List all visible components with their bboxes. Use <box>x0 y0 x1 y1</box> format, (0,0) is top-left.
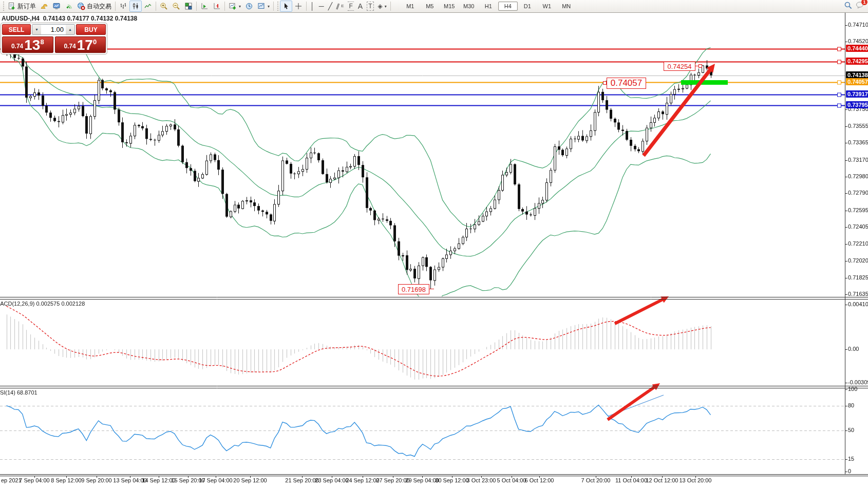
chart-canvas[interactable] <box>0 0 868 487</box>
market-watch-button[interactable] <box>50 1 63 12</box>
text-label-tool-button[interactable]: T <box>365 1 375 12</box>
buy-price-sup: 0 <box>93 38 97 46</box>
sell-price-prefix: 0.74 <box>11 43 23 50</box>
timeframe-d1[interactable]: D1 <box>518 2 537 11</box>
zoom-in-icon <box>160 2 168 10</box>
auto-scroll-icon <box>200 2 209 10</box>
new-order-label: 新订单 <box>17 2 36 11</box>
timeframe-bar: M1M5M15M30H1H4D1W1MN <box>401 2 576 11</box>
new-order-button[interactable]: 新订单 <box>6 1 38 12</box>
sell-price[interactable]: 0.74 13 8 <box>2 36 53 53</box>
fibonacci-icon: F <box>348 2 353 11</box>
timeframe-h4[interactable]: H4 <box>498 2 518 11</box>
zoom-in-button[interactable] <box>158 1 170 12</box>
text-label-icon: T <box>367 2 373 11</box>
rsi-tick-label: 50 <box>848 427 854 433</box>
time-axis-label: 21 Sep 20:00 <box>285 477 318 483</box>
time-axis-label: 7 Sep 04:00 <box>19 477 49 483</box>
vertical-line-tool-button[interactable]: │ <box>308 1 317 12</box>
toolbar-grip <box>276 2 279 11</box>
timeframe-m30[interactable]: M30 <box>459 2 479 11</box>
new-chart-button[interactable]: ▾ <box>227 1 243 12</box>
macd-tick-label: -0.003097 <box>848 379 868 385</box>
auto-scroll-button[interactable] <box>198 1 211 12</box>
price-tick-label: 0.73170 <box>848 157 868 163</box>
line-chart-button[interactable] <box>142 1 154 12</box>
time-axis-label: 27 Sep 20:00 <box>376 477 409 483</box>
templates-button[interactable]: ▾ <box>255 1 272 12</box>
text-icon: A <box>358 2 363 10</box>
time-axis-label: 17 Sep 04:00 <box>199 477 232 483</box>
timeframe-w1[interactable]: W1 <box>537 2 557 11</box>
toolbar-separator <box>115 2 116 11</box>
chevron-down-icon: ▾ <box>268 4 270 9</box>
price-tick-label: 0.73555 <box>848 123 868 129</box>
macd-indicator-label: MACD(12,26,9) 0.002575 0.002128 <box>0 301 85 307</box>
tile-windows-button[interactable] <box>182 1 195 12</box>
price-tick-label: 0.71635 <box>848 291 868 297</box>
timeframe-m15[interactable]: M15 <box>440 2 459 11</box>
auto-trading-button[interactable]: 自动交易 <box>75 1 114 12</box>
price-callout[interactable]: 0.71698 <box>398 284 429 294</box>
sell-button[interactable]: SELL <box>2 24 31 35</box>
line-chart-icon <box>144 2 152 10</box>
price-tick-label: 0.72210 <box>848 240 868 247</box>
price-callout[interactable]: 0.74254 <box>664 62 695 71</box>
bar-chart-button[interactable] <box>117 1 129 12</box>
toolbar-grip <box>2 2 5 11</box>
rsi-tick-label: 0 <box>848 468 851 474</box>
fibonacci-tool-button[interactable]: F <box>346 1 355 12</box>
clock-icon <box>245 2 253 10</box>
equidistant-channel-tool-button[interactable]: ∥E <box>334 1 346 12</box>
auto-trading-label: 自动交易 <box>87 2 111 11</box>
toolbar-separator <box>273 2 274 11</box>
buy-price-big: 17 <box>77 38 93 52</box>
volume-stepper: ▼ ▲ <box>32 24 75 35</box>
buy-price[interactable]: 0.74 17 0 <box>55 36 106 53</box>
zoom-out-button[interactable] <box>170 1 182 12</box>
horizontal-line-icon: ─ <box>319 2 324 10</box>
signal-icon <box>65 2 73 10</box>
price-level-label: 0.74295 <box>846 58 868 65</box>
cursor-tool-button[interactable] <box>280 1 292 12</box>
market-watch-icon <box>52 2 61 10</box>
crosshair-tool-button[interactable] <box>292 1 305 12</box>
price-level-label: 0.73795 <box>846 101 868 108</box>
timeframe-h1[interactable]: H1 <box>479 2 498 11</box>
price-tick-label: 0.72790 <box>848 190 868 196</box>
trendline-icon: ╱ <box>328 2 332 10</box>
candlestick-chart-button[interactable] <box>129 1 142 12</box>
channel-subscript: E <box>341 2 344 10</box>
rsi-tick-label: 80 <box>848 402 854 408</box>
text-tool-button[interactable]: A <box>356 1 365 12</box>
chevron-down-icon: ▾ <box>385 4 387 9</box>
volume-decrease-button[interactable]: ▼ <box>32 25 41 34</box>
search-icon[interactable] <box>844 1 853 12</box>
buy-button[interactable]: BUY <box>76 24 106 35</box>
time-axis-label: 8 Sep 12:00 <box>51 477 81 483</box>
time-axis-label: 13 Oct 20:00 <box>680 477 712 483</box>
macd-tick-label: 0.00 <box>848 346 859 352</box>
chart-shift-button[interactable] <box>211 1 223 12</box>
gold-bars-button[interactable] <box>38 1 50 12</box>
notifications-button[interactable]: 1 <box>856 1 865 11</box>
arrows-tool-button[interactable]: ◈ ▾ <box>376 1 389 12</box>
horizontal-line-tool-button[interactable]: ─ <box>317 1 326 12</box>
time-axis-label: 20 Sep 12:00 <box>233 477 267 483</box>
timeframe-m5[interactable]: M5 <box>420 2 440 11</box>
trendline-tool-button[interactable]: ╱ <box>326 1 334 12</box>
timeframe-m1[interactable]: M1 <box>401 2 420 11</box>
chart-shift-icon <box>213 2 221 10</box>
buy-price-prefix: 0.74 <box>64 43 76 50</box>
toolbar-separator <box>306 2 307 11</box>
price-level-label: 0.74138 <box>846 71 868 79</box>
chevron-down-icon: ▾ <box>239 4 241 9</box>
volume-increase-button[interactable]: ▲ <box>66 25 74 34</box>
signals-button[interactable] <box>63 1 75 12</box>
volume-input[interactable] <box>41 25 66 34</box>
period-clock-button[interactable] <box>243 1 255 12</box>
timeframe-mn[interactable]: MN <box>557 2 576 11</box>
time-axis-label: 6 Oct 12:00 <box>525 477 554 483</box>
price-callout[interactable]: 0.74057 <box>607 78 646 89</box>
toolbar-right-group: 1 <box>844 0 865 12</box>
